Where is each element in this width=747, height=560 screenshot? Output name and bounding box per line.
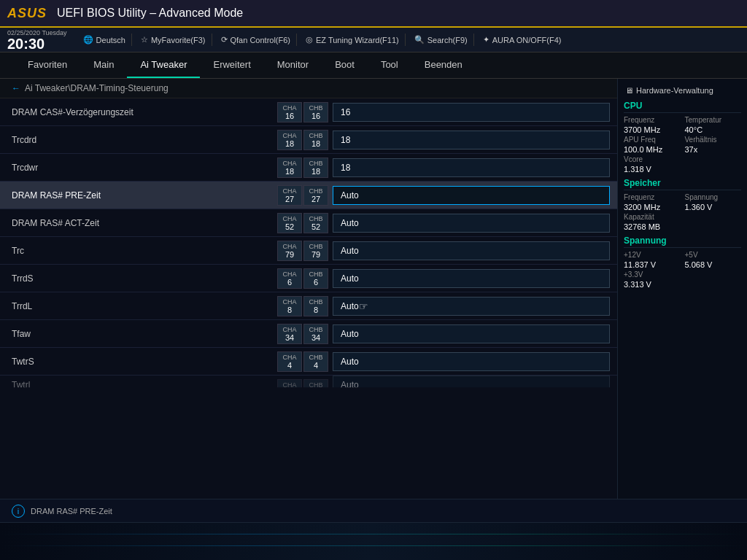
toolbar: 02/25/2020 Tuesday 20:30 🌐 Deutsch ☆ MyF… xyxy=(0,28,747,52)
bios-title: UEFI BIOS Utility – Advanced Mode xyxy=(57,7,243,20)
toolbar-myfavorite[interactable]: ☆ MyFavorite(F3) xyxy=(135,34,212,46)
chb-box: CHB18 xyxy=(303,130,328,150)
cpu-section-header: CPU xyxy=(624,101,741,113)
nav-ai-tweaker[interactable]: Ai Tweaker xyxy=(127,52,200,78)
spannung-section-header: Spannung xyxy=(624,236,741,248)
monitor-icon: 🖥 xyxy=(625,86,633,95)
setting-row[interactable]: TrcdwrCHA18CHB1818 xyxy=(0,154,617,182)
toolbar-qfan[interactable]: ⟳ Qfan Control(F6) xyxy=(215,34,298,46)
mem-volt-val: 1.360 V xyxy=(685,203,742,211)
setting-row[interactable]: DRAM RAS# ACT-ZeitCHA52CHB52Auto xyxy=(0,209,617,237)
back-arrow[interactable]: ← xyxy=(12,83,20,93)
globe-icon: 🌐 xyxy=(83,35,93,44)
cpu-temp-label: Temperatur xyxy=(685,116,742,124)
toolbar-aura[interactable]: ✦ AURA ON/OFF(F4) xyxy=(477,34,568,46)
channel-group: CHA18CHB18 xyxy=(277,130,328,150)
chb-box: CHB xyxy=(303,379,328,391)
speicher-section-header: Speicher xyxy=(624,178,741,190)
cursor-hand: ☞ xyxy=(359,300,368,312)
nav-favoriten[interactable]: Favoriten xyxy=(15,52,80,78)
nav-boot[interactable]: Boot xyxy=(322,52,368,78)
content-area: ← Ai Tweaker\DRAM-Timing-Steuerung DRAM … xyxy=(0,79,617,499)
setting-row[interactable]: TrcCHA79CHB79Auto xyxy=(0,237,617,265)
setting-name: TrrdL xyxy=(0,297,277,316)
cha-box: CHA8 xyxy=(277,296,302,316)
toolbar-eztuning[interactable]: ◎ EZ Tuning Wizard(F11) xyxy=(300,34,406,46)
apu-freq-label: APU Freq xyxy=(624,136,681,144)
nav-beenden[interactable]: Beenden xyxy=(411,52,476,78)
setting-value-box[interactable]: Auto xyxy=(333,269,610,288)
setting-row[interactable]: TwtrlCHACHBAuto xyxy=(0,376,617,395)
mem-freq-val: 3200 MHz xyxy=(624,203,681,211)
nav-erweitert[interactable]: Erweitert xyxy=(200,52,263,78)
cha-box: CHA34 xyxy=(277,324,302,344)
settings-table: DRAM CAS#-VerzögerungszeitCHA16CHB1616Tr… xyxy=(0,98,617,497)
fan-icon: ⟳ xyxy=(221,35,228,44)
setting-name: Twtrl xyxy=(0,376,277,394)
bios-header: ASUS UEFI BIOS Utility – Advanced Mode xyxy=(0,0,747,28)
bottom-decoration xyxy=(0,522,747,560)
v5-label: +5V xyxy=(685,251,742,259)
setting-row[interactable]: TwtrSCHA4CHB4Auto xyxy=(0,348,617,376)
nav-main[interactable]: Main xyxy=(80,52,127,78)
setting-row[interactable]: DRAM RAS# PRE-ZeitCHA27CHB27Auto xyxy=(0,182,617,209)
setting-value-box[interactable]: Auto ☞ xyxy=(333,297,610,316)
cha-box: CHA4 xyxy=(277,351,302,372)
v12-val: 11.837 V xyxy=(624,260,681,269)
setting-name: DRAM RAS# ACT-Zeit xyxy=(0,214,277,233)
setting-name: TwtrS xyxy=(0,352,277,371)
chb-box: CHB79 xyxy=(303,241,328,261)
nav-tool[interactable]: Tool xyxy=(368,52,411,78)
mem-cap-val: 32768 MB xyxy=(624,222,681,231)
setting-value-box[interactable]: Auto xyxy=(333,324,610,343)
cha-box: CHA18 xyxy=(277,130,302,150)
cpu-freq-val: 3700 MHz xyxy=(624,125,681,134)
chb-box: CHB52 xyxy=(303,213,328,233)
info-icon: i xyxy=(12,505,25,518)
toolbar-myfavorite-label: MyFavorite(F3) xyxy=(151,36,206,44)
setting-value-box[interactable]: Auto xyxy=(333,186,610,205)
chb-box: CHB27 xyxy=(303,185,328,206)
cpu-grid: Frequenz Temperatur 3700 MHz 40°C APU Fr… xyxy=(624,116,741,174)
nav-monitor[interactable]: Monitor xyxy=(264,52,322,78)
hw-panel-title-text: Hardware-Verwaltung xyxy=(636,86,713,95)
cha-box: CHA6 xyxy=(277,268,302,289)
cha-box: CHA79 xyxy=(277,241,302,261)
setting-value-box[interactable]: 18 xyxy=(333,158,610,177)
setting-row[interactable]: TfawCHA34CHB34Auto xyxy=(0,320,617,348)
cha-box: CHA52 xyxy=(277,213,302,233)
right-panel: 🖥 Hardware-Verwaltung CPU Frequenz Tempe… xyxy=(617,79,747,499)
chb-box: CHB8 xyxy=(303,296,328,316)
setting-name: Tfaw xyxy=(0,324,277,343)
time-display: 20:30 xyxy=(7,36,67,51)
asus-logo: ASUS xyxy=(7,6,47,21)
cha-box: CHA xyxy=(277,379,302,391)
setting-value-box[interactable]: Auto xyxy=(333,376,610,394)
info-bar: i DRAM RAS# PRE-Zeit xyxy=(0,499,747,522)
v33-val: 3.313 V xyxy=(624,280,681,289)
main-nav: Favoriten Main Ai Tweaker Erweitert Moni… xyxy=(0,52,747,79)
setting-value-box[interactable]: 18 xyxy=(333,131,610,149)
toolbar-search[interactable]: 🔍 Search(F9) xyxy=(409,34,474,46)
setting-value-box[interactable]: 16 xyxy=(333,103,610,122)
channel-group: CHA6CHB6 xyxy=(277,268,328,289)
apu-freq-val: 100.0 MHz xyxy=(624,145,681,154)
setting-row[interactable]: TrrdLCHA8CHB8Auto ☞ xyxy=(0,292,617,320)
deco-line-2 xyxy=(0,545,747,546)
setting-row[interactable]: TrcdrdCHA18CHB1818 xyxy=(0,126,617,154)
setting-value-box[interactable]: Auto xyxy=(333,352,610,371)
v33-label: +3.3V xyxy=(624,271,681,279)
setting-row[interactable]: DRAM CAS#-VerzögerungszeitCHA16CHB1616 xyxy=(0,98,617,126)
channel-group: CHA4CHB4 xyxy=(277,351,328,372)
chb-box: CHB34 xyxy=(303,324,328,344)
setting-row[interactable]: TrrdSCHA6CHB6Auto xyxy=(0,265,617,292)
toolbar-deutsch[interactable]: 🌐 Deutsch xyxy=(77,34,132,46)
chb-box: CHB16 xyxy=(303,102,328,122)
mem-volt-label: Spannung xyxy=(685,193,742,201)
setting-value-box[interactable]: Auto xyxy=(333,214,610,233)
setting-name: Trcdrd xyxy=(0,131,277,149)
setting-name: DRAM RAS# PRE-Zeit xyxy=(0,186,277,205)
date-display: 02/25/2020 Tuesday xyxy=(7,29,67,36)
toolbar-aura-label: AURA ON/OFF(F4) xyxy=(492,36,562,44)
setting-value-box[interactable]: Auto xyxy=(333,241,610,260)
